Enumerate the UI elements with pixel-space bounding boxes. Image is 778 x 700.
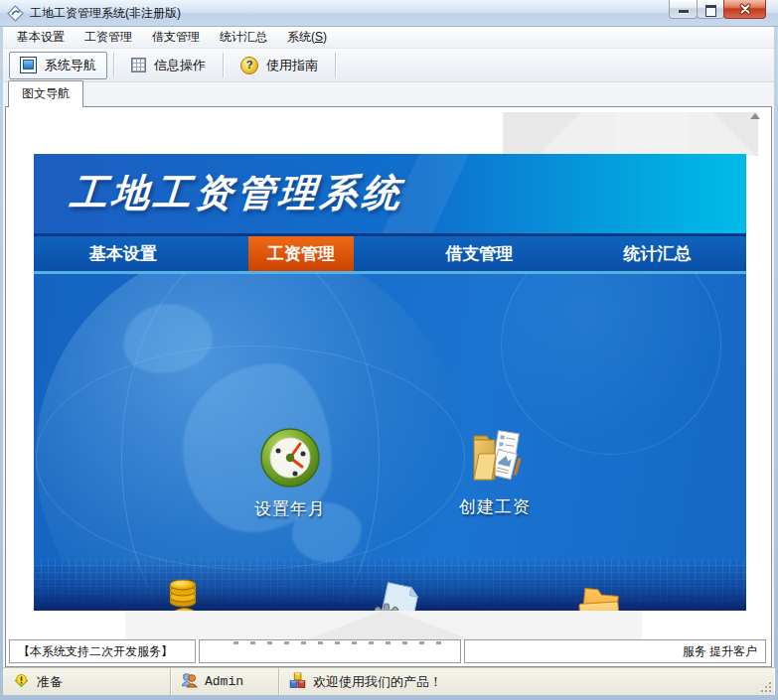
status-ready-panel: 准备: [3, 668, 171, 695]
panel-nav-bar: 基本设置 工资管理 借支管理 统计汇总: [34, 233, 746, 271]
menu-basic-settings[interactable]: 基本设置: [7, 26, 75, 49]
menu-system[interactable]: 系统(S): [277, 26, 337, 49]
shortcut-wage-registration[interactable]: 工资登记: [125, 576, 254, 611]
close-icon: [738, 2, 752, 16]
maximize-button[interactable]: [697, 0, 724, 19]
app-icon: [7, 5, 24, 22]
gold-coins-icon: [158, 576, 222, 611]
status-message-text: 欢迎使用我们的产品！: [313, 673, 442, 691]
toolbar-separator: [113, 53, 114, 77]
maximize-icon: [705, 5, 716, 17]
menu-statistics-summary[interactable]: 统计汇总: [210, 26, 277, 49]
shortcut-create-wage[interactable]: 创建工资: [430, 424, 559, 518]
nav-item-label: 借支管理: [426, 236, 532, 271]
minimize-icon: [679, 10, 689, 13]
application-window: { "window": { "title": "工地工资管理系统(非注册版)" …: [0, 0, 778, 700]
watermark-shape: [503, 112, 617, 156]
folder-coins-icon: [565, 578, 629, 611]
resize-grip[interactable]: [760, 681, 772, 693]
menu-system-key: S: [315, 30, 323, 44]
title-bar[interactable]: 工地工资管理系统(非注册版): [0, 0, 778, 27]
tab-graphic-navigation[interactable]: 图文导航: [8, 80, 83, 107]
menu-bar: 基本设置 工资管理 借支管理 统计汇总 系统(S): [3, 27, 774, 49]
menu-system-pre: 系统(: [287, 30, 315, 44]
toolbar-button-label: 信息操作: [154, 57, 206, 74]
scroll-up-arrow-icon[interactable]: [750, 113, 760, 119]
shortcut-set-year-month[interactable]: 设置年月: [226, 426, 355, 520]
shortcut-wage-summary[interactable]: 工资汇总: [533, 578, 662, 611]
nav-item-label: 统计汇总: [604, 236, 709, 271]
toolbar-button-label: 使用指南: [266, 57, 318, 74]
grid-icon: [131, 58, 146, 72]
toolbar-info-operations-button[interactable]: 信息操作: [120, 52, 217, 79]
window-title: 工地工资管理系统(非注册版): [30, 0, 181, 26]
panel-nav-loan-management[interactable]: 借支管理: [390, 236, 568, 271]
panel-body: 设置年月: [34, 274, 746, 611]
watermark-shape: [125, 609, 642, 640]
watermark-shape: [304, 609, 473, 640]
tab-strip: 图文导航: [3, 82, 774, 106]
minimize-button[interactable]: [669, 0, 698, 19]
folder-documents-icon: [463, 424, 527, 488]
support-label: 【本系统支持二次开发服务】: [9, 639, 196, 663]
toolbar-user-guide-button[interactable]: ? 使用指南: [230, 52, 329, 79]
shortcut-label: 创建工资: [430, 495, 559, 518]
shortcut-label: 设置年月: [226, 497, 355, 520]
clipped-marquee-text: [233, 641, 442, 644]
toolbar-button-label: 系统导航: [45, 57, 96, 74]
nav-item-label: 工资管理: [248, 236, 354, 271]
status-user-panel: Admin: [171, 668, 279, 695]
ready-icon: [13, 672, 30, 692]
banner: 工地工资管理系统: [34, 154, 746, 233]
menu-system-post: ): [323, 30, 327, 44]
menu-wage-management[interactable]: 工资管理: [75, 26, 142, 49]
cubes-icon: [289, 672, 306, 692]
shortcut-distribution-summary[interactable]: 发放汇总: [329, 578, 458, 611]
graphic-navigation-panel: 工地工资管理系统 基本设置 工资管理 借支管理 统计汇总: [34, 154, 746, 611]
content-area: 工地工资管理系统 基本设置 工资管理 借支管理 统计汇总: [5, 106, 772, 667]
toolbar: 系统导航 信息操作 ? 使用指南: [3, 49, 774, 82]
gear-document-icon: [362, 578, 425, 611]
user-icon: [181, 672, 198, 692]
watermark-shape: [687, 112, 758, 156]
banner-title: 工地工资管理系统: [68, 168, 405, 218]
toolbar-separator: [335, 53, 336, 77]
close-button[interactable]: [723, 0, 766, 19]
watermark-shape: [617, 112, 687, 156]
help-icon: ?: [240, 57, 258, 74]
panel-nav-basic-settings[interactable]: 基本设置: [34, 236, 212, 271]
panel-nav-wage-management[interactable]: 工资管理: [212, 236, 389, 271]
marquee-box-right: 服务 提升客户: [464, 639, 766, 663]
marquee-text: 服务 提升客户: [683, 644, 757, 658]
client-area: 基本设置 工资管理 借支管理 统计汇总 系统(S) 系统导航 信息操作 ? 使用…: [3, 27, 774, 695]
panel-nav-statistics-summary[interactable]: 统计汇总: [568, 236, 746, 271]
status-bar: 准备 Admin: [3, 667, 774, 695]
status-user-text: Admin: [205, 674, 243, 689]
navigation-panel-icon: [20, 57, 37, 73]
toolbar-separator: [223, 53, 224, 77]
marquee-box-left: [199, 639, 461, 663]
toolbar-system-navigation-button[interactable]: 系统导航: [9, 52, 107, 79]
nav-item-label: 基本设置: [71, 236, 176, 271]
status-message-panel: 欢迎使用我们的产品！: [279, 668, 774, 695]
clock-icon: [258, 426, 322, 490]
status-ready-text: 准备: [37, 673, 63, 691]
menu-loan-management[interactable]: 借支管理: [142, 26, 210, 49]
footer-row: 【本系统支持二次开发服务】 服务 提升客户: [9, 639, 766, 663]
window-controls: [670, 0, 766, 19]
